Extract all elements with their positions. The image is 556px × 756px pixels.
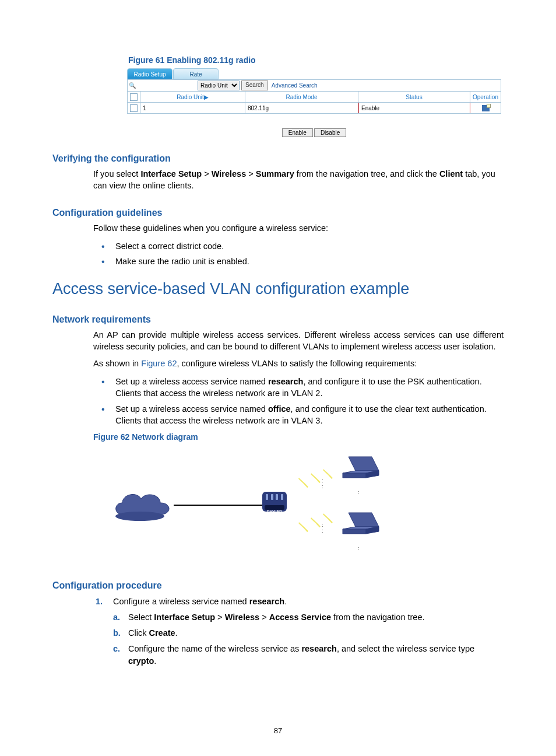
col-operation: Operation	[470, 92, 501, 102]
guidelines-list: Select a correct district code. Make sur…	[52, 240, 504, 268]
disable-button[interactable]: Disable	[314, 128, 346, 137]
laptop-icon	[338, 454, 380, 487]
svg-point-0	[115, 512, 164, 521]
figure-62-caption: Figure 62 Network diagram	[52, 432, 504, 442]
col-radio-unit[interactable]: Radio Unit▶	[140, 92, 245, 102]
paragraph-guidelines: Follow these guidelines when you configu…	[52, 223, 504, 235]
heading-verifying: Verifying the configuration	[52, 153, 504, 164]
cloud-icon	[111, 488, 175, 523]
substeps: Select Interface Setup > Wireless > Acce…	[113, 611, 504, 667]
select-all-checkbox[interactable]	[130, 93, 138, 101]
search-button[interactable]: Search	[241, 80, 268, 90]
row-checkbox[interactable]	[130, 104, 138, 112]
col-status[interactable]: Status	[358, 92, 470, 102]
advanced-search-link[interactable]: Advanced Search	[272, 82, 318, 89]
figure-61-screenshot: Radio Setup Rate 🔍 Radio Unit Search Adv…	[127, 68, 501, 137]
network-diagram: ROUTER 〵〵〵 〵〵〵 : : : : : :	[105, 447, 385, 564]
cell-radio-unit: 1	[140, 103, 245, 113]
heading-network-req: Network requirements	[52, 314, 504, 325]
page-number: 87	[0, 726, 556, 735]
heading-procedure: Configuration procedure	[52, 580, 504, 591]
col-radio-mode[interactable]: Radio Mode	[245, 92, 358, 102]
list-item: Select a correct district code.	[93, 240, 504, 252]
search-field-select[interactable]: Radio Unit	[198, 80, 240, 90]
heading-guidelines: Configuration guidelines	[52, 208, 504, 218]
search-icon: 🔍	[128, 82, 137, 89]
laptop-icon	[338, 510, 380, 543]
grid-header: Radio Unit▶ Radio Mode Status Operation	[127, 92, 501, 103]
router-icon: ROUTER	[262, 492, 287, 512]
paragraph-netreq1: An AP can provide multiple wireless acce…	[52, 330, 504, 352]
paragraph-verify: If you select Interface Setup > Wireless…	[52, 169, 504, 191]
list-item: Set up a wireless access service named o…	[93, 403, 504, 427]
paragraph-netreq2: As shown in Figure 62, configure wireles…	[52, 358, 504, 370]
substep-c: Configure the name of the wireless servi…	[113, 643, 504, 667]
procedure-list: Configure a wireless service named resea…	[52, 596, 504, 667]
heading-main: Access service-based VLAN configuration …	[52, 280, 504, 298]
tab-radio-setup[interactable]: Radio Setup	[127, 68, 173, 79]
figure-62-link[interactable]: Figure 62	[141, 359, 177, 368]
wireless-icon: 〵〵〵	[296, 510, 337, 538]
figure-61-caption: Figure 61 Enabling 802.11g radio	[52, 55, 504, 65]
requirements-list: Set up a wireless access service named r…	[52, 376, 504, 426]
list-item: Make sure the radio unit is enabled.	[93, 256, 504, 267]
step-1: Configure a wireless service named resea…	[93, 596, 504, 667]
cell-status: Enable	[358, 103, 470, 113]
tab-rate[interactable]: Rate	[173, 68, 219, 79]
table-row: 1 802.11g Enable	[127, 103, 501, 114]
cell-radio-mode: 802.11g	[245, 103, 358, 113]
substep-b: Click Create.	[113, 627, 504, 639]
substep-a: Select Interface Setup > Wireless > Acce…	[113, 611, 504, 624]
figure-search-bar: 🔍 Radio Unit Search Advanced Search	[127, 79, 501, 92]
enable-button[interactable]: Enable	[282, 128, 313, 137]
list-item: Set up a wireless access service named r…	[93, 376, 504, 400]
edit-icon[interactable]	[482, 105, 490, 111]
wireless-icon: 〵〵〵	[296, 466, 337, 494]
